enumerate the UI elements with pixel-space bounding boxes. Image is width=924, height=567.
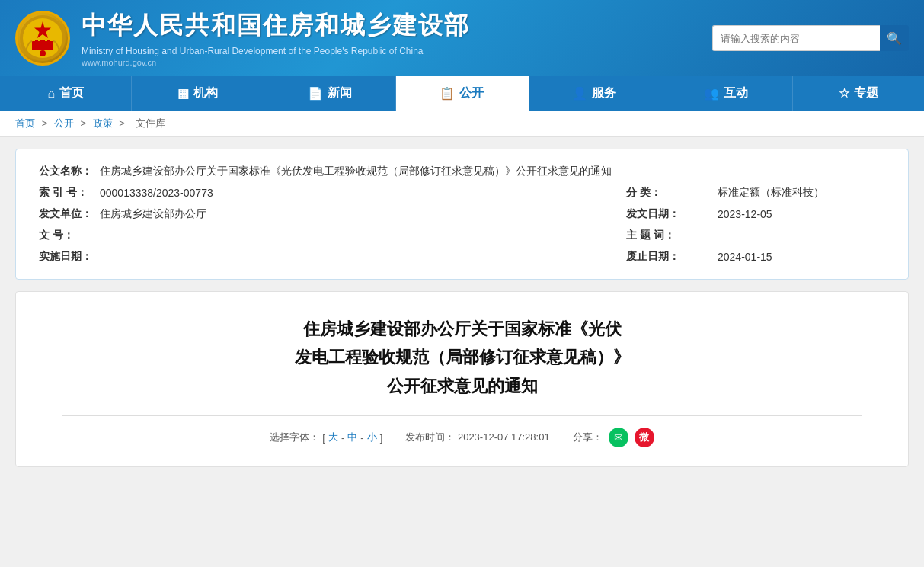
content-card: 住房城乡建设部办公厅关于国家标准《光伏 发电工程验收规范（局部修订征求意见稿）》… — [15, 291, 909, 467]
svg-rect-4 — [35, 40, 38, 43]
weibo-share-button[interactable]: 微 — [635, 428, 654, 447]
send-date-block: 发文日期： 2023-12-05 — [626, 207, 885, 221]
category-label: 分 类： — [626, 186, 718, 200]
svg-rect-6 — [40, 40, 45, 43]
home-icon: ⌂ — [47, 87, 55, 101]
nav-item-special[interactable]: ☆ 专题 — [793, 76, 924, 111]
weibo-icon: 微 — [639, 431, 649, 444]
doc-num-label: 文 号： — [39, 229, 100, 242]
sender-block: 发文单位： 住房城乡建设部办公厅 — [39, 207, 626, 221]
send-date-value: 2023-12-05 — [718, 208, 885, 220]
subject-label: 主 题 词： — [626, 229, 718, 242]
service-icon: 👤 — [572, 86, 587, 101]
category-value: 标准定额（标准科技） — [718, 186, 885, 200]
search-icon: 🔍 — [887, 31, 902, 46]
svg-point-7 — [40, 50, 46, 56]
nav-item-news[interactable]: 📄 新闻 — [264, 76, 396, 111]
ref-num-block: 索 引 号： 000013338/2023-00773 — [39, 186, 626, 200]
info-row-sender: 发文单位： 住房城乡建设部办公厅 发文日期： 2023-12-05 — [39, 207, 885, 221]
subject-block: 主 题 词： — [626, 229, 885, 242]
wechat-icon: ✉ — [614, 431, 623, 444]
content-divider — [62, 415, 862, 416]
search-button[interactable]: 🔍 — [880, 25, 909, 51]
category-block: 分 类： 标准定额（标准科技） — [626, 186, 885, 200]
publish-time: 发布时间： 2023-12-07 17:28:01 — [405, 431, 549, 444]
interact-icon: 👥 — [704, 86, 719, 101]
site-url: www.mohurd.gov.cn — [82, 58, 470, 67]
special-icon: ☆ — [839, 86, 849, 101]
nav-item-home[interactable]: ⌂ 首页 — [0, 76, 132, 111]
doc-title-row: 公文名称： 住房城乡建设部办公厅关于国家标准《光伏发电工程验收规范（局部修订征求… — [39, 165, 885, 178]
nav-label-org: 机构 — [193, 85, 218, 101]
info-card: 公文名称： 住房城乡建设部办公厅关于国家标准《光伏发电工程验收规范（局部修订征求… — [15, 149, 909, 280]
send-date-label: 发文日期： — [626, 207, 718, 221]
breadcrumb: 首页 > 公开 > 政策 > 文件库 — [0, 111, 924, 137]
doc-title-label: 公文名称： — [39, 165, 100, 178]
page-header: 中华人民共和国住房和城乡建设部 Ministry of Housing and … — [0, 0, 924, 76]
breadcrumb-open[interactable]: 公开 — [54, 117, 74, 129]
expire-date-value: 2024-01-15 — [718, 251, 885, 263]
nav-label-special: 专题 — [854, 85, 878, 101]
wechat-share-button[interactable]: ✉ — [609, 428, 628, 447]
nav-item-service[interactable]: 👤 服务 — [529, 76, 660, 111]
site-title-block: 中华人民共和国住房和城乡建设部 Ministry of Housing and … — [82, 9, 470, 67]
nav-label-news: 新闻 — [328, 85, 352, 101]
share-section: 分享： ✉ 微 — [573, 428, 654, 447]
info-row-dates: 实施日期： 废止日期： 2024-01-15 — [39, 250, 885, 264]
font-large-link[interactable]: 大 — [328, 431, 338, 444]
sender-value: 住房城乡建设部办公厅 — [100, 207, 626, 221]
info-row-ref: 索 引 号： 000013338/2023-00773 分 类： 标准定额（标准… — [39, 186, 885, 200]
info-row-docnum: 文 号： 主 题 词： — [39, 229, 885, 242]
breadcrumb-sep3: > — [119, 117, 127, 129]
site-sub-title: Ministry of Housing and Urban-Rural Deve… — [82, 46, 470, 56]
open-icon: 📋 — [440, 86, 455, 101]
nav-item-interact[interactable]: 👥 互动 — [660, 76, 792, 111]
expire-date-label: 废止日期： — [626, 250, 718, 264]
ref-num-label: 索 引 号： — [39, 186, 100, 200]
publish-time-label: 发布时间： — [405, 431, 455, 443]
search-bar: 🔍 — [712, 25, 909, 51]
doc-num-block: 文 号： — [39, 229, 626, 242]
nav-item-open[interactable]: 📋 公开 — [396, 76, 528, 111]
implement-date-block: 实施日期： — [39, 250, 626, 264]
org-icon: ▦ — [177, 86, 189, 101]
doc-title-value: 住房城乡建设部办公厅关于国家标准《光伏发电工程验收规范（局部修订征求意见稿）》公… — [100, 165, 885, 178]
implement-date-label: 实施日期： — [39, 250, 100, 264]
breadcrumb-current: 文件库 — [136, 117, 165, 129]
nav-label-open: 公开 — [459, 85, 484, 101]
national-emblem — [15, 11, 70, 66]
publish-time-value: 2023-12-07 17:28:01 — [458, 431, 550, 443]
nav-label-service: 服务 — [592, 85, 616, 101]
font-small-link[interactable]: 小 — [367, 431, 377, 444]
document-meta: 选择字体： [ 大 - 中 - 小 ] 发布时间： 2023-12-07 17:… — [62, 428, 862, 447]
sender-label: 发文单位： — [39, 207, 100, 221]
font-size-selector: 选择字体： [ 大 - 中 - 小 ] — [270, 431, 382, 444]
breadcrumb-sep2: > — [80, 117, 88, 129]
doc-title-line1: 住房城乡建设部办公厅关于国家标准《光伏 — [62, 315, 862, 343]
breadcrumb-policy[interactable]: 政策 — [93, 117, 113, 129]
document-title: 住房城乡建设部办公厅关于国家标准《光伏 发电工程验收规范（局部修订征求意见稿）》… — [62, 315, 862, 400]
expire-date-block: 废止日期： 2024-01-15 — [626, 250, 885, 264]
font-medium-link[interactable]: 中 — [347, 431, 357, 444]
news-icon: 📄 — [308, 86, 323, 101]
doc-title-line3: 公开征求意见的通知 — [62, 372, 862, 400]
ref-num-value: 000013338/2023-00773 — [100, 187, 626, 199]
font-size-label: 选择字体： — [270, 431, 319, 444]
nav-label-home: 首页 — [59, 85, 84, 101]
search-input[interactable] — [712, 25, 880, 51]
share-label: 分享： — [573, 431, 603, 444]
main-content: 公文名称： 住房城乡建设部办公厅关于国家标准《光伏发电工程验收规范（局部修订征求… — [0, 137, 924, 479]
breadcrumb-sep1: > — [42, 117, 50, 129]
svg-rect-5 — [47, 40, 50, 43]
header-left: 中华人民共和国住房和城乡建设部 Ministry of Housing and … — [15, 9, 470, 67]
nav-label-interact: 互动 — [724, 85, 748, 101]
main-nav: ⌂ 首页 ▦ 机构 📄 新闻 📋 公开 👤 服务 👥 互动 ☆ 专题 — [0, 76, 924, 111]
doc-title-line2: 发电工程验收规范（局部修订征求意见稿）》 — [62, 343, 862, 371]
breadcrumb-home[interactable]: 首页 — [15, 117, 35, 129]
site-main-title: 中华人民共和国住房和城乡建设部 — [82, 9, 470, 43]
nav-item-org[interactable]: ▦ 机构 — [132, 76, 264, 111]
